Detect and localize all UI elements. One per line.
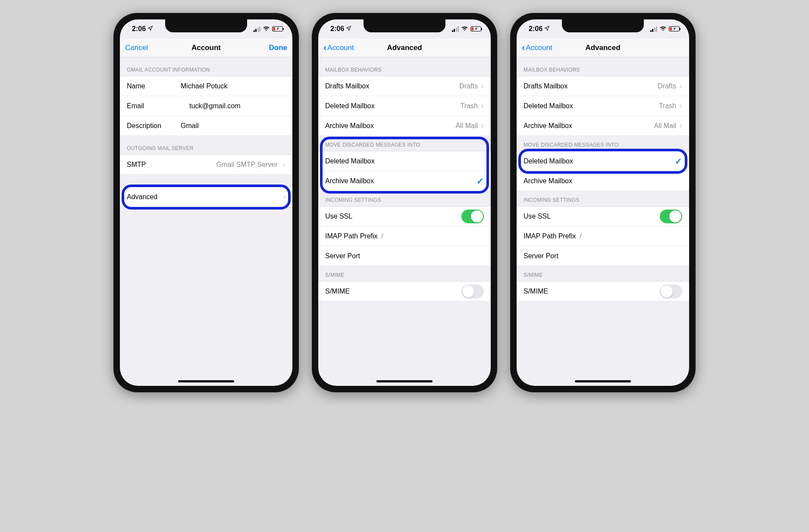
row-advanced[interactable]: Advanced › xyxy=(120,187,292,207)
row-smime[interactable]: S/MIME xyxy=(517,282,689,301)
row-smtp-value: Gmail SMTP Server xyxy=(216,161,278,168)
section-header-move-discarded: MOVE DISCARDED MESSAGES INTO: xyxy=(318,136,491,151)
battery-icon: ⚡︎ xyxy=(669,26,680,31)
row-use-ssl[interactable]: Use SSL xyxy=(517,207,689,226)
phone-mockup-3: 2:06 ⚡︎ ‹ Account Advanced xyxy=(510,13,696,392)
toggle-ssl[interactable] xyxy=(461,210,484,223)
battery-icon: ⚡︎ xyxy=(470,26,481,31)
phone-mockup-2: 2:06 ⚡︎ ‹ Account Advanced xyxy=(312,13,497,392)
back-label: Account xyxy=(526,44,552,52)
nav-bar: ‹ Account Advanced xyxy=(517,38,689,57)
cancel-button[interactable]: Cancel xyxy=(125,44,148,52)
row-description-key: Description xyxy=(127,122,168,130)
section-header-outgoing: OUTGOING MAIL SERVER xyxy=(120,136,292,154)
row-archive-mailbox[interactable]: Archive Mailbox All Mail› xyxy=(517,116,689,136)
wifi-icon xyxy=(461,25,468,33)
row-option-archive-mailbox[interactable]: Archive Mailbox ✓ xyxy=(318,171,491,191)
chevron-right-icon: › xyxy=(481,101,484,110)
section-header-move-discarded: MOVE DISCARDED MESSAGES INTO: xyxy=(517,136,689,151)
section-header-incoming: INCOMING SETTINGS xyxy=(318,191,491,206)
row-option-deleted-mailbox[interactable]: Deleted Mailbox ✓ xyxy=(517,151,689,171)
toggle-smime[interactable] xyxy=(461,285,484,298)
section-header-smime: S/MIME xyxy=(517,266,689,281)
row-smtp[interactable]: SMTP Gmail SMTP Server › xyxy=(120,155,292,175)
section-header-mailbox-behaviors: MAILBOX BEHAVIORS xyxy=(517,57,689,76)
toggle-smime[interactable] xyxy=(660,285,682,298)
row-imap-prefix[interactable]: IMAP Path Prefix / xyxy=(318,226,491,246)
back-button[interactable]: ‹ Account xyxy=(522,43,552,53)
cellular-icon xyxy=(254,26,261,32)
row-drafts-mailbox[interactable]: Drafts Mailbox Drafts› xyxy=(517,76,689,96)
checkmark-icon: ✓ xyxy=(675,156,682,166)
row-email-key: Email xyxy=(127,102,168,110)
nav-bar: Cancel Account Done xyxy=(120,38,292,57)
chevron-right-icon: › xyxy=(283,160,285,169)
row-option-deleted-mailbox[interactable]: Deleted Mailbox xyxy=(318,151,491,171)
phone-mockup-1: 2:06 ⚡︎ Cancel Account Done xyxy=(113,13,299,392)
wifi-icon xyxy=(263,25,270,33)
row-email[interactable]: Email tuck@gmail.com xyxy=(120,96,292,116)
row-use-ssl[interactable]: Use SSL xyxy=(318,207,491,226)
row-smime[interactable]: S/MIME xyxy=(318,282,491,301)
status-time: 2:06 xyxy=(132,25,146,33)
row-email-value: tuck@gmail.com xyxy=(189,102,241,110)
back-label: Account xyxy=(327,44,354,52)
section-header-smime: S/MIME xyxy=(318,266,491,281)
device-notch xyxy=(165,19,247,32)
chevron-left-icon: ‹ xyxy=(323,43,326,53)
row-drafts-mailbox[interactable]: Drafts Mailbox Drafts› xyxy=(318,76,491,96)
location-icon xyxy=(147,25,153,33)
checkmark-icon: ✓ xyxy=(477,176,484,186)
row-archive-mailbox[interactable]: Archive Mailbox All Mail› xyxy=(318,116,491,136)
row-server-port[interactable]: Server Port xyxy=(318,246,491,266)
row-deleted-mailbox[interactable]: Deleted Mailbox Trash› xyxy=(517,96,689,116)
section-header-mailbox-behaviors: MAILBOX BEHAVIORS xyxy=(318,57,491,76)
row-option-archive-mailbox[interactable]: Archive Mailbox xyxy=(517,171,689,191)
status-time: 2:06 xyxy=(330,25,344,33)
wifi-icon xyxy=(659,25,667,33)
chevron-right-icon: › xyxy=(481,121,484,130)
battery-icon: ⚡︎ xyxy=(272,26,283,31)
home-indicator[interactable] xyxy=(575,380,631,382)
section-header-account-info: GMAIL ACCOUNT INFORMATION xyxy=(120,57,292,76)
row-description[interactable]: Description Gmail xyxy=(120,116,292,136)
location-icon xyxy=(544,25,550,33)
row-server-port[interactable]: Server Port xyxy=(517,246,689,266)
cellular-icon xyxy=(650,26,658,32)
status-time: 2:06 xyxy=(529,25,542,33)
cellular-icon xyxy=(452,26,459,32)
chevron-right-icon: › xyxy=(481,81,484,90)
back-button[interactable]: ‹ Account xyxy=(323,43,354,53)
row-name-value: Michael Potuck xyxy=(181,82,228,90)
chevron-right-icon: › xyxy=(680,101,682,110)
home-indicator[interactable] xyxy=(376,380,433,382)
row-smtp-key: SMTP xyxy=(127,161,146,169)
done-button[interactable]: Done xyxy=(269,44,288,52)
chevron-right-icon: › xyxy=(283,192,285,201)
section-header-incoming: INCOMING SETTINGS xyxy=(517,191,689,206)
device-notch xyxy=(562,19,644,32)
chevron-left-icon: ‹ xyxy=(522,43,525,53)
row-deleted-mailbox[interactable]: Deleted Mailbox Trash› xyxy=(318,96,491,116)
home-indicator[interactable] xyxy=(178,380,234,382)
location-icon xyxy=(346,25,351,33)
row-name-key: Name xyxy=(127,82,168,90)
chevron-right-icon: › xyxy=(680,121,682,130)
row-imap-prefix[interactable]: IMAP Path Prefix / xyxy=(517,226,689,246)
chevron-right-icon: › xyxy=(680,81,682,90)
row-name[interactable]: Name Michael Potuck xyxy=(120,76,292,96)
toggle-ssl[interactable] xyxy=(660,210,682,223)
row-description-value: Gmail xyxy=(181,122,199,130)
nav-bar: ‹ Account Advanced xyxy=(318,38,491,57)
device-notch xyxy=(364,19,445,32)
row-advanced-label: Advanced xyxy=(127,193,157,201)
